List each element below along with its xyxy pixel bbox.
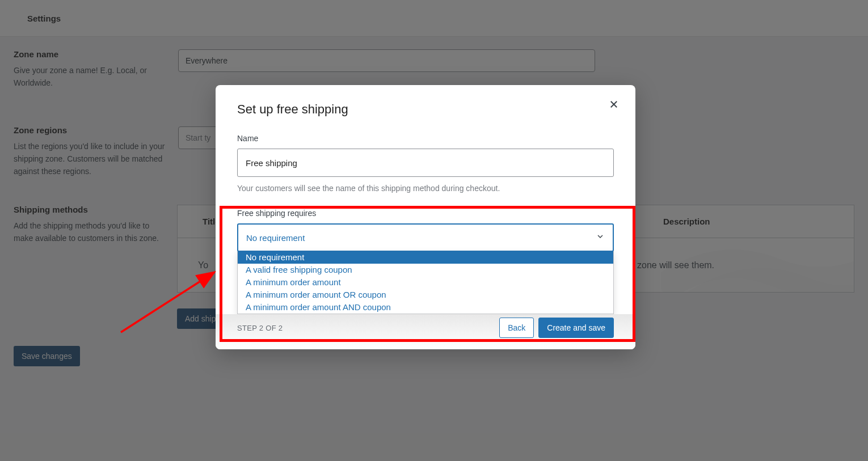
dropdown-option-min-and-coupon[interactable]: A minimum order amount AND coupon	[238, 301, 613, 314]
dropdown-option-min-or-coupon[interactable]: A minimum order amount OR coupon	[238, 289, 613, 301]
back-button[interactable]: Back	[499, 318, 534, 338]
create-and-save-button[interactable]: Create and save	[538, 318, 614, 338]
free-shipping-modal: Set up free shipping Name Your customers…	[216, 85, 635, 349]
chevron-down-icon	[596, 232, 605, 243]
modal-title: Set up free shipping	[237, 102, 614, 117]
requires-selected-value: No requirement	[246, 233, 305, 243]
name-field-hint: Your customers will see the name of this…	[237, 184, 614, 193]
requires-field-label: Free shipping requires	[237, 209, 614, 218]
modal-footer: STEP 2 OF 2 Back Create and save	[216, 314, 635, 349]
dropdown-option-no-requirement[interactable]: No requirement	[238, 251, 613, 264]
dropdown-option-min-amount[interactable]: A minimum order amount	[238, 276, 613, 289]
requires-dropdown-list: No requirement A valid free shipping cou…	[237, 251, 614, 314]
name-field-label: Name	[237, 134, 614, 143]
close-icon[interactable]	[607, 98, 621, 111]
step-indicator: STEP 2 OF 2	[237, 324, 283, 332]
dropdown-option-valid-coupon[interactable]: A valid free shipping coupon	[238, 264, 613, 276]
shipping-name-input[interactable]	[237, 149, 614, 177]
requires-combobox[interactable]: No requirement	[237, 223, 614, 252]
